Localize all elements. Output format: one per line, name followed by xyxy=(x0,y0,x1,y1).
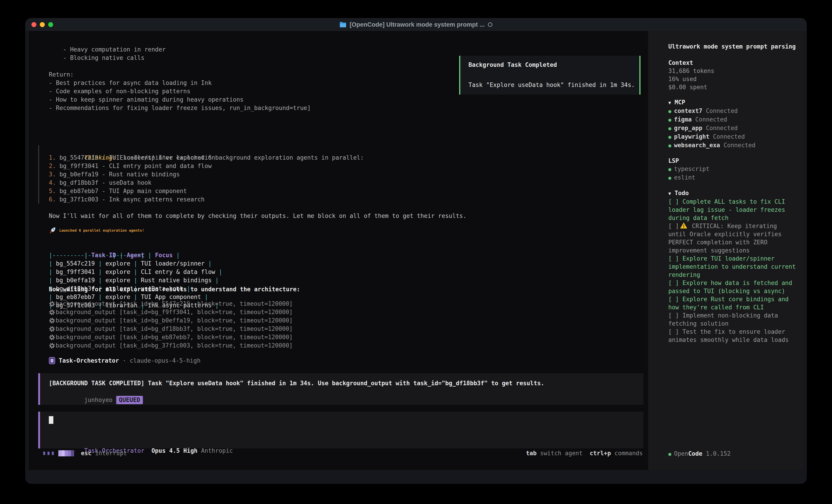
main-scroll-region[interactable]: - Heavy computation in render - Blocking… xyxy=(29,31,648,470)
gear-icon xyxy=(49,317,55,324)
app-version: 1.0.152 xyxy=(706,450,731,457)
table-row: | bg_5547c219 | explore | TUI loader/spi… xyxy=(49,259,222,268)
spinner-segment xyxy=(58,450,61,456)
status-dot-icon: ● xyxy=(668,143,671,148)
todo-item: [ ] Complete ALL tasks to fix CLI loader… xyxy=(668,198,797,222)
status-dot-icon: ● xyxy=(668,117,671,122)
tool-call-line: background_output [task_id=bg_b0effa19, … xyxy=(49,316,293,325)
window-title-row: [OpenCode] Ultrawork mode system prompt … xyxy=(26,18,806,31)
task-completed-text: [BACKGROUND TASK COMPLETED] Task "Explor… xyxy=(49,379,644,388)
agent-icon xyxy=(49,357,55,364)
waiting-line: Now waiting for all exploration results … xyxy=(49,285,300,293)
launch-text: Launched 6 parallel exploration agents! xyxy=(59,228,144,232)
todo-item: [ ] Explore TUI loader/spinner implement… xyxy=(668,254,797,279)
table-header-row: | Task ID | Agent | Focus | xyxy=(49,243,222,251)
table-row: | bg_b0effa19 | explore | Rust native bi… xyxy=(49,276,222,284)
agent-list-item: 5. bg_eb87ebb7 - TUI App main component xyxy=(49,187,364,195)
toast-title: Background Task Completed xyxy=(468,61,640,69)
todo-item: [ ] Test the fix to ensure loader animat… xyxy=(668,328,797,344)
todo-item: [ ] Implement non-blocking data fetching… xyxy=(668,311,797,328)
todo-item: [ ] Explore how data is fetched and pass… xyxy=(668,279,797,295)
mcp-item: ●context7 Connected xyxy=(668,107,797,115)
mcp-section-header[interactable]: ▼ MCP xyxy=(668,98,797,107)
spinner-dot xyxy=(43,452,45,455)
esc-key-label: interrupt xyxy=(95,450,127,456)
tool-call-list: background_output [task_id=bg_5547c219, … xyxy=(49,300,293,350)
toast-notification[interactable]: Background Task Completed Task "Explore … xyxy=(459,56,641,94)
context-heading: Context xyxy=(668,59,797,67)
agent-model: claude-opus-4-5-high xyxy=(130,357,201,365)
session-status-icon xyxy=(488,22,492,27)
lsp-item: ●eslint xyxy=(668,173,797,182)
tool-call-line: background_output [task_id=bg_eb87ebb7, … xyxy=(49,333,293,341)
gear-icon xyxy=(49,301,55,307)
thinking-block: Thinking: Excellent! I've launched 6 bac… xyxy=(38,145,364,204)
table-row: | bg_f9ff3041 | explore | CLI entry & da… xyxy=(49,268,222,276)
todo-section-header[interactable]: ▼ Todo xyxy=(668,189,797,198)
folder-icon xyxy=(340,22,346,28)
tool-call-line: background_output [task_id=bg_37f1c003, … xyxy=(49,341,293,350)
text-line: - Recommendations for fixing loader free… xyxy=(49,104,311,112)
launch-announcement: Launched 6 parallel exploration agents! xyxy=(49,226,144,234)
app-version-row: ●OpenCode 1.0.152 xyxy=(668,450,731,458)
agent-name: Task-Orchestrator xyxy=(59,357,119,365)
agent-list-item: 2. bg_f9ff3041 - CLI entry point and dat… xyxy=(49,162,364,170)
todo-item: [ ] Explore Rust core bindings and how t… xyxy=(668,295,797,311)
terminal-content: - Heavy computation in render - Blocking… xyxy=(29,31,804,470)
title-bar: [OpenCode] Ultrawork mode system prompt … xyxy=(26,18,806,31)
mcp-item: ●playwright Connected xyxy=(668,133,797,141)
spinner-segment xyxy=(61,450,64,456)
status-dot-icon: ● xyxy=(668,175,671,180)
spinner-segment xyxy=(68,450,71,456)
gear-icon xyxy=(49,326,55,332)
status-dot-icon: ● xyxy=(668,166,671,172)
message-text-block: - Heavy computation in render - Blocking… xyxy=(49,46,311,112)
agent-list-item: 6. bg_37f1c003 - Ink async patterns rese… xyxy=(49,195,364,204)
esc-key-hint: esc xyxy=(81,450,92,456)
spinner-dot xyxy=(52,452,54,455)
input-agent-row: Task-Orchestrator Opus 4.5 High Anthropi… xyxy=(49,438,644,447)
prompt-input[interactable]: Task-Orchestrator Opus 4.5 High Anthropi… xyxy=(38,412,644,448)
status-bar-right: tab switch agent ctrl+p commands xyxy=(526,449,643,458)
rocket-icon xyxy=(49,226,56,234)
tool-call-line: background_output [task_id=bg_5547c219, … xyxy=(49,300,293,308)
lsp-item: ●typescript xyxy=(668,165,797,173)
separator-dot: · xyxy=(123,357,126,365)
app-window: [OpenCode] Ultrawork mode system prompt … xyxy=(25,18,807,484)
tool-call-line: background_output [task_id=bg_df18bb3f, … xyxy=(49,325,293,333)
thinking-outro: Now I'll wait for all of them to complet… xyxy=(49,212,466,220)
agent-list-item: 3. bg_b0effa19 - Rust native bindings xyxy=(49,170,364,178)
text-line: - Heavy computation in render xyxy=(49,46,311,54)
table-separator-row: |---------|-------|-------| xyxy=(49,251,222,259)
spinner-segment xyxy=(71,450,74,456)
status-dot-icon: ● xyxy=(668,108,671,114)
gear-icon xyxy=(49,309,55,315)
spinner-dot xyxy=(48,452,50,455)
agent-list-item: 4. bg_df18bb3f - useData hook xyxy=(49,178,364,187)
text-line: - Code examples of non-blocking patterns xyxy=(49,87,311,95)
status-dot-icon: ● xyxy=(668,125,671,131)
sidebar: Ultrawork mode system prompt parsing Con… xyxy=(648,31,804,470)
ctrlp-key-label: commands xyxy=(615,450,643,456)
tool-call-line: background_output [task_id=bg_f9ff3041, … xyxy=(49,308,293,316)
spinner-segment xyxy=(64,450,68,456)
background-task-message: [BACKGROUND TASK COMPLETED] Task "Explor… xyxy=(38,373,644,405)
app-name-light: Open xyxy=(674,450,688,457)
collapse-arrow-icon: ▼ xyxy=(668,191,671,196)
tab-key-hint: tab xyxy=(526,450,537,456)
status-badge: QUEUED xyxy=(116,396,143,404)
user-name: junhoyeo xyxy=(84,396,112,403)
blank-line xyxy=(49,62,311,71)
gear-icon xyxy=(49,342,55,349)
mcp-item: ●grep_app Connected xyxy=(668,124,797,133)
lsp-heading: LSP xyxy=(668,157,797,165)
warning-icon xyxy=(680,223,687,229)
mcp-item: ●websearch_exa Connected xyxy=(668,141,797,150)
text-line: Return: xyxy=(49,71,311,79)
tab-key-label: switch agent xyxy=(540,450,582,456)
input-provider: Anthropic xyxy=(201,447,233,454)
context-tokens: 31,686 tokens xyxy=(668,67,797,75)
window-title: [OpenCode] Ultrawork mode system prompt … xyxy=(349,21,485,28)
toast-body: Task "Explore useData hook" finished in … xyxy=(468,81,640,89)
agent-header-line: Task-Orchestrator · claude-opus-4-5-high xyxy=(49,356,201,365)
